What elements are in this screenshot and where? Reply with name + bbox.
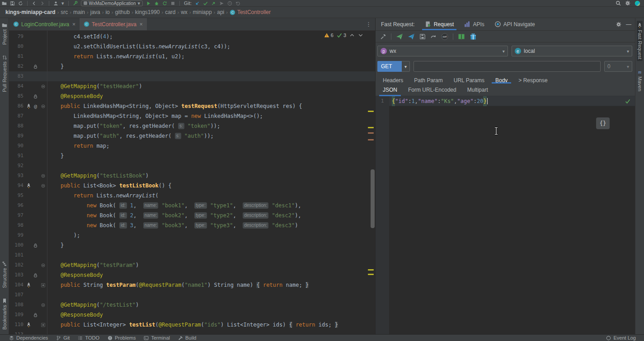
request-tab--response[interactable]: > Response [514,76,552,84]
send-green-icon[interactable] [396,33,403,40]
project-select[interactable]: p wx ▾ [377,46,508,56]
fold-marker-icon[interactable] [39,263,47,268]
send-request-rocket-icon[interactable] [25,103,32,109]
fold-marker-icon[interactable] [39,104,47,109]
body-tab-form-url-encoded[interactable]: Form URL-Encoded [404,85,461,96]
send-request-rocket-icon[interactable] [25,183,32,189]
debug-icon[interactable] [154,0,159,6]
fold-marker-icon[interactable] [39,173,47,178]
fast-request-tab-request[interactable]: Request [420,18,459,30]
redo-icon[interactable] [430,33,437,40]
json-body-editor[interactable]: 1 {"id":1,"name":"Ks","age":20} {} [376,96,635,334]
statusbar-item-dependencies[interactable]: Dependencies [9,335,48,341]
body-tab-json[interactable]: JSON [378,85,402,96]
vcs-update-icon[interactable] [195,0,200,6]
rollback-icon[interactable] [235,0,240,6]
docs-book-icon[interactable] [458,33,465,40]
close-icon[interactable]: × [72,21,75,28]
vcs-push-icon[interactable] [211,0,216,6]
request-tab-headers[interactable]: Headers [378,76,408,84]
fold-expand-icon[interactable] [39,322,47,327]
breadcrumb-item[interactable]: miniapp [193,9,212,15]
code-editor[interactable]: 79 c4.setId(4);80 u2.setChildUserList(Li… [9,31,375,334]
close-icon[interactable]: × [140,21,143,28]
scrollbar-thumb[interactable] [371,169,375,228]
user-icon[interactable] [53,0,58,6]
breadcrumb-item[interactable]: kings-miniapp-card [5,9,56,15]
tool-strip-bookmarks[interactable]: Bookmarks [2,296,7,332]
format-json-button[interactable]: {} [596,117,610,129]
fold-marker-icon[interactable] [39,303,47,308]
statusbar-item-terminal[interactable]: Terminal [144,335,170,341]
json-content[interactable]: {"id":1,"name":"Ks","age":20} {} [389,96,635,334]
gift-icon[interactable] [470,33,477,40]
breadcrumb-item[interactable]: src [61,9,68,15]
chevron-down2-icon[interactable] [358,33,363,38]
breadcrumb-item[interactable]: wx [181,9,188,15]
save-icon[interactable] [10,0,15,6]
fold-marker-icon[interactable] [39,84,47,89]
breadcrumb-item[interactable]: java [90,9,100,15]
json-token: } [483,96,486,106]
editor-tab[interactable]: CTestController.java× [80,18,147,30]
run-configuration-select[interactable]: WxMaDemoApplication▾ [81,0,143,6]
statusbar-item-todo[interactable]: TODO [78,335,99,341]
request-tab-path-param[interactable]: Path Param [409,76,447,84]
chevron-up-icon[interactable] [349,33,355,38]
statusbar-item-problems[interactable]: Problems [108,335,136,341]
request-tab-body[interactable]: Body [491,76,512,84]
code-line: 103 @ResponseBody [9,270,375,280]
send-blue-icon[interactable] [408,33,415,40]
fast-request-tab-apis[interactable]: APIs [459,18,489,30]
wrench-icon[interactable] [380,33,386,40]
floppy-icon[interactable] [419,33,426,40]
stop-icon[interactable] [170,0,175,6]
environment-select[interactable]: e local ▾ [512,46,632,56]
tool-strip-structure[interactable]: Structure [2,259,7,290]
vcs-commit-icon[interactable] [203,0,208,6]
statusbar-item-build[interactable]: Build [178,335,196,341]
breadcrumb-item[interactable]: kings1990 [135,9,160,15]
back-icon[interactable] [32,0,37,6]
minimize-icon[interactable]: — [626,21,631,28]
play-icon[interactable] [146,0,151,6]
breadcrumb-item[interactable]: api [217,9,224,15]
more-options-icon[interactable]: ⋮ [362,21,375,28]
breadcrumb-item[interactable]: main [73,9,85,15]
curl-icon[interactable]: curl [441,33,448,40]
shelve-icon[interactable] [219,0,224,6]
search-icon[interactable] [616,0,621,6]
breadcrumb-item[interactable]: card [165,9,175,15]
tool-strip-fast-request[interactable]: Fast Request [637,21,643,61]
fold-expand-icon[interactable] [39,283,47,288]
wrench-green-icon[interactable] [73,0,78,6]
statusbar-item-git[interactable]: Git [56,335,70,341]
count-select[interactable]: 0 ▾ [604,61,632,72]
profile-sphere-icon[interactable] [635,0,640,6]
chevron-down-icon[interactable]: ▾ [61,1,64,6]
breadcrumb-item[interactable]: github [115,9,130,15]
gear-icon[interactable] [625,0,630,6]
statusbar-item-event-log[interactable]: Event Log [606,335,636,341]
history-icon[interactable] [227,0,232,6]
fold-marker-icon[interactable] [39,183,47,188]
body-tab-multipart[interactable]: Multipart [463,85,493,96]
method-select[interactable]: GET ▾ [377,61,410,72]
url-input[interactable] [414,61,601,72]
tool-strip-maven[interactable]: mMaven [637,67,643,93]
breadcrumb-class-item[interactable]: CTestController [230,9,271,15]
forward-icon[interactable] [40,0,45,6]
tool-strip-project[interactable]: Project [2,21,7,47]
fast-request-tab-api-navigate[interactable]: API Navigate [490,18,540,30]
breadcrumb-item[interactable]: io [105,9,109,15]
coverage-icon[interactable] [162,0,167,6]
gear-icon[interactable] [616,22,621,27]
request-tab-url-params[interactable]: URL Params [449,76,489,84]
tool-strip-pull-requests[interactable]: Pull Requests [2,53,7,94]
send-request-rocket-icon[interactable] [25,282,32,288]
send-request-rocket-icon[interactable] [25,322,32,328]
sync-icon[interactable] [18,0,23,6]
folder-open-icon[interactable] [2,0,7,6]
inspections-widget[interactable]: 63 [324,33,363,38]
editor-tab[interactable]: CLoginController.java× [9,18,80,30]
